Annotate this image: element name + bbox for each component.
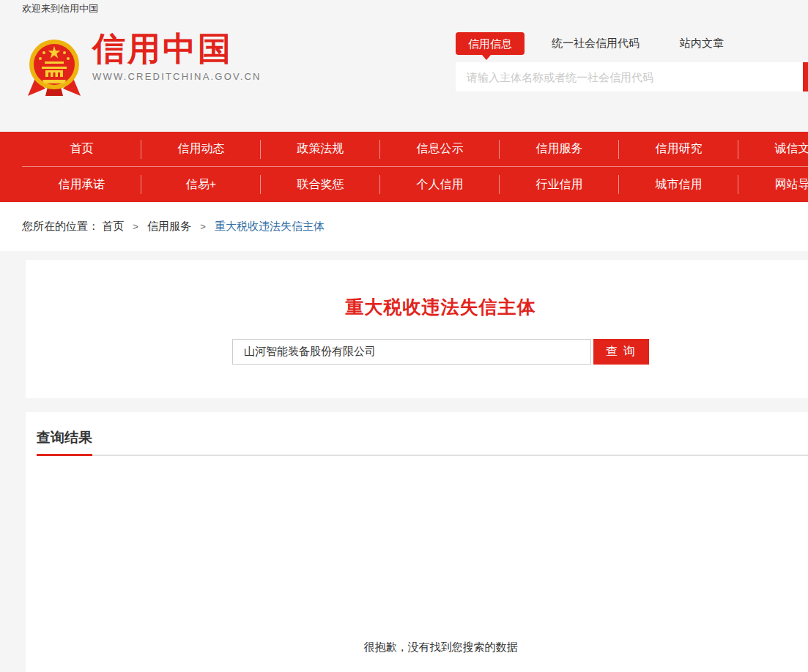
- breadcrumb-home-link[interactable]: 首页: [102, 220, 124, 232]
- main-nav-inner: 首页 信用动态 政策法规 信息公示 信用服务 信用研究 诚信文化 信用承诺 信易…: [22, 132, 808, 202]
- search-tabs: 信用信息 统一社会信用代码 站内文章: [456, 32, 808, 55]
- nav-item-credit-easy-plus[interactable]: 信易+: [141, 177, 261, 193]
- results-heading: 查询结果: [37, 428, 92, 456]
- nav-row-2: 信用承诺 信易+ 联合奖惩 个人信用 行业信用 城市信用 网站导航: [22, 167, 808, 202]
- breadcrumb-current-page[interactable]: 重大税收违法失信主体: [215, 220, 325, 232]
- nav-item-credit-services[interactable]: 信用服务: [500, 141, 619, 157]
- results-header-rule: 查询结果: [37, 412, 808, 456]
- company-search-row: 查 询: [26, 339, 808, 365]
- nav-item-personal-credit[interactable]: 个人信用: [380, 177, 500, 193]
- national-emblem-icon: [28, 37, 81, 97]
- search-panel: 重大税收违法失信主体 查 询: [26, 260, 808, 398]
- query-button[interactable]: 查 询: [593, 339, 649, 365]
- breadcrumb-separator: >: [200, 221, 206, 232]
- logo-text: 信用中国 WWW.CREDITCHINA.GOV.CN: [92, 30, 262, 82]
- site-title: 信用中国: [92, 30, 262, 68]
- nav-item-joint-reward-punishment[interactable]: 联合奖惩: [261, 177, 380, 193]
- site-url: WWW.CREDITCHINA.GOV.CN: [92, 71, 262, 82]
- nav-item-home[interactable]: 首页: [22, 141, 141, 157]
- nav-row-1: 首页 信用动态 政策法规 信息公示 信用服务 信用研究 诚信文化: [22, 132, 808, 167]
- tab-credit-info[interactable]: 信用信息: [456, 32, 525, 55]
- nav-item-site-navigation[interactable]: 网站导航: [738, 177, 808, 193]
- header-search-button[interactable]: [803, 62, 808, 92]
- header-search-input[interactable]: [456, 62, 805, 92]
- site-logo[interactable]: 信用中国 WWW.CREDITCHINA.GOV.CN: [28, 30, 262, 97]
- nav-item-info-disclosure[interactable]: 信息公示: [380, 141, 500, 157]
- results-panel: 查询结果 很抱歉，没有找到您搜索的数据: [26, 412, 808, 672]
- breadcrumb-label: 您所在的位置：: [22, 220, 99, 232]
- breadcrumb: 您所在的位置： 首页 > 信用服务 > 重大税收违法失信主体: [0, 202, 808, 251]
- welcome-text: 欢迎来到信用中国: [22, 3, 98, 14]
- site-header: 信用中国 WWW.CREDITCHINA.GOV.CN 信用信息 统一社会信用代…: [0, 18, 808, 132]
- breadcrumb-separator: >: [133, 221, 138, 232]
- breadcrumb-credit-services-link[interactable]: 信用服务: [147, 220, 191, 232]
- nav-item-credit-news[interactable]: 信用动态: [141, 141, 261, 157]
- header-search-area: 信用信息 统一社会信用代码 站内文章: [456, 32, 808, 92]
- page-title: 重大税收违法失信主体: [26, 260, 808, 319]
- nav-item-policies[interactable]: 政策法规: [261, 141, 380, 157]
- tab-unified-social-credit-code[interactable]: 统一社会信用代码: [552, 37, 640, 51]
- page: 欢迎来到信用中国: [0, 0, 808, 672]
- top-welcome-bar: 欢迎来到信用中国: [0, 0, 808, 18]
- company-search-input[interactable]: [232, 339, 591, 365]
- tab-site-articles[interactable]: 站内文章: [680, 37, 724, 51]
- empty-result-message: 很抱歉，没有找到您搜索的数据: [26, 641, 808, 654]
- nav-item-credit-research[interactable]: 信用研究: [619, 141, 738, 157]
- nav-item-industry-credit[interactable]: 行业信用: [500, 177, 619, 193]
- nav-item-integrity-culture[interactable]: 诚信文化: [738, 141, 808, 157]
- main-nav: 首页 信用动态 政策法规 信息公示 信用服务 信用研究 诚信文化 信用承诺 信易…: [0, 132, 808, 202]
- nav-item-city-credit[interactable]: 城市信用: [619, 177, 738, 193]
- nav-item-credit-commitment[interactable]: 信用承诺: [22, 177, 141, 193]
